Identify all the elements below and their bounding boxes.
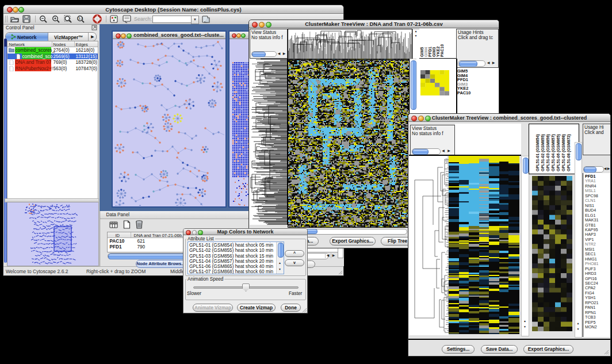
svg-text:1:1: 1:1 <box>78 17 83 20</box>
